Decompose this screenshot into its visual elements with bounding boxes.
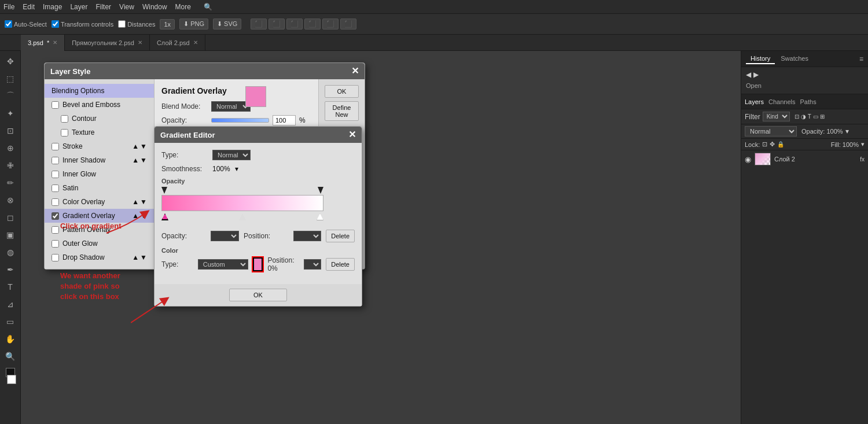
eraser-tool[interactable]: ◻	[2, 209, 19, 226]
hand-tool[interactable]: ✋	[2, 331, 19, 347]
layer-blend-select[interactable]: Normal	[745, 126, 797, 137]
drop-shadow-checkbox[interactable]	[52, 254, 59, 261]
healing-tool[interactable]: ✙	[2, 157, 19, 174]
lock-icon[interactable]: 🔒	[777, 141, 784, 148]
ok-button[interactable]: OK	[325, 85, 359, 98]
gradient-tool[interactable]: ▣	[2, 227, 19, 243]
opacity-input[interactable]	[273, 115, 296, 126]
gradient-editor-ok[interactable]: OK	[229, 289, 287, 301]
layers-tab[interactable]: Layers	[745, 98, 764, 105]
menu-more[interactable]: More	[175, 3, 191, 11]
opacity-stop-left[interactable]	[161, 187, 167, 194]
brush-tool[interactable]: ✏	[2, 175, 19, 191]
drop-shadow-down-icon[interactable]: ▼	[140, 253, 147, 261]
align-bottom[interactable]: ⬛	[340, 19, 356, 30]
close-tab-sloy2[interactable]: ✕	[193, 39, 198, 46]
filter-adjust-icon[interactable]: ◑	[801, 113, 806, 120]
align-left[interactable]: ⬛	[251, 19, 267, 30]
type-tool[interactable]: T	[2, 279, 19, 295]
eyedropper-tool[interactable]: ⊕	[2, 140, 19, 156]
align-center[interactable]: ⬛	[269, 19, 285, 30]
menu-file[interactable]: File	[3, 3, 14, 11]
inner-shadow-down-icon[interactable]: ▼	[140, 156, 147, 164]
inner-shadow-up-icon[interactable]: ▲	[132, 156, 139, 164]
texture-checkbox[interactable]	[61, 129, 68, 137]
filter-pixel-icon[interactable]: ⊡	[795, 113, 799, 120]
menu-edit[interactable]: Edit	[23, 3, 35, 11]
menu-filter[interactable]: Filter	[95, 3, 111, 11]
svg-button[interactable]: ⬇ SVG	[213, 19, 241, 30]
style-inner-glow[interactable]: Inner Glow	[45, 167, 154, 181]
pattern-overlay-checkbox[interactable]	[52, 226, 59, 234]
move-tool[interactable]: ✥	[2, 53, 19, 69]
gradient-strip[interactable]	[161, 195, 323, 211]
align-middle[interactable]: ⬛	[322, 19, 339, 30]
drop-shadow-up-icon[interactable]: ▲	[132, 253, 139, 261]
menu-layer[interactable]: Layer	[70, 3, 87, 11]
channels-tab[interactable]: Channels	[768, 98, 795, 105]
paths-tab[interactable]: Paths	[800, 98, 816, 105]
fill-dropdown-icon[interactable]: ▾	[861, 141, 865, 148]
delete-color-button[interactable]: Delete	[326, 258, 355, 271]
position2-dropdown[interactable]	[304, 259, 321, 270]
style-satin[interactable]: Satin	[45, 181, 154, 195]
style-texture[interactable]: Texture	[45, 126, 154, 139]
filter-type-icon[interactable]: T	[808, 113, 811, 120]
layer-style-close[interactable]: ✕	[351, 67, 359, 76]
search-icon[interactable]: 🔍	[204, 3, 212, 11]
transform-checkbox[interactable]	[52, 20, 59, 28]
history-item-open[interactable]: Open	[746, 81, 863, 90]
gradient-overlay-checkbox[interactable]	[52, 212, 59, 220]
color-stop-left[interactable]	[161, 213, 168, 220]
tab-3psd[interactable]: 3.psd * ✕	[21, 35, 65, 51]
select-tool[interactable]: ⬚	[2, 71, 19, 87]
color-stop-right[interactable]	[317, 213, 323, 220]
blend-mode-select[interactable]: Normal Multiply Screen	[211, 101, 251, 112]
panel-options-icon[interactable]: ≡	[859, 55, 863, 63]
opacity-ctrl-select[interactable]	[211, 231, 239, 241]
filter-kind-select[interactable]: Kind	[763, 112, 790, 121]
layer-effects-icon[interactable]: fx	[860, 156, 865, 163]
layer-visibility-icon[interactable]: ◉	[745, 155, 751, 164]
autoselect-checkbox[interactable]	[5, 20, 12, 28]
distances-checkbox[interactable]	[118, 20, 126, 28]
tab-pryamougolnik[interactable]: Прямоугольник 2.psd ✕	[65, 35, 150, 51]
background-color[interactable]	[7, 375, 16, 384]
style-drop-shadow[interactable]: Drop Shadow ▲ ▼	[45, 250, 154, 264]
type-select[interactable]: Normal Noise	[212, 150, 251, 160]
style-gradient-overlay[interactable]: Gradient Overlay ▲ ▼	[45, 209, 154, 223]
lock-position-icon[interactable]: ✥	[770, 141, 775, 148]
scale-dropdown[interactable]: 1x	[160, 19, 175, 30]
tab-sloy2[interactable]: Слой 2.psd ✕	[150, 35, 205, 51]
gradient-overlay-down-icon[interactable]: ▼	[140, 212, 147, 220]
crop-tool[interactable]: ⊡	[2, 123, 19, 139]
pen-tool[interactable]: ✒	[2, 261, 19, 278]
layer-item-sloy2[interactable]: ◉ Слой 2 fx	[741, 150, 868, 168]
define-new-button[interactable]: Define New	[325, 101, 359, 121]
gradient-overlay-up-icon[interactable]: ▲	[132, 212, 139, 220]
opacity-stop-right[interactable]	[318, 187, 323, 194]
style-outer-glow[interactable]: Outer Glow	[45, 237, 154, 250]
color-stop-mid[interactable]	[239, 213, 246, 220]
color-overlay-down-icon[interactable]: ▼	[140, 198, 147, 206]
opacity-dropdown-icon[interactable]: ▾	[845, 127, 849, 135]
bevel-emboss-checkbox[interactable]	[52, 101, 59, 109]
color-swatch-selected[interactable]	[253, 257, 263, 271]
tab-swatches[interactable]: Swatches	[776, 54, 813, 64]
dodge-tool[interactable]: ◍	[2, 244, 19, 260]
zoom-tool[interactable]: 🔍	[2, 348, 19, 364]
color-overlay-checkbox[interactable]	[52, 198, 59, 206]
style-contour[interactable]: Contour	[45, 112, 154, 126]
history-back-icon[interactable]: ◀	[746, 71, 751, 79]
clone-tool[interactable]: ⊗	[2, 192, 19, 208]
path-tool[interactable]: ⊿	[2, 296, 19, 312]
close-tab-3psd[interactable]: ✕	[53, 39, 57, 46]
tab-history[interactable]: History	[746, 54, 775, 64]
stroke-up-icon[interactable]: ▲	[132, 142, 139, 150]
stroke-checkbox[interactable]	[52, 143, 59, 150]
style-stroke[interactable]: Stroke ▲ ▼	[45, 139, 154, 153]
close-tab-pryamougolnik[interactable]: ✕	[138, 39, 142, 46]
inner-glow-checkbox[interactable]	[52, 171, 59, 178]
gradient-editor-close[interactable]: ✕	[348, 130, 356, 139]
style-inner-shadow[interactable]: Inner Shadow ▲ ▼	[45, 153, 154, 167]
